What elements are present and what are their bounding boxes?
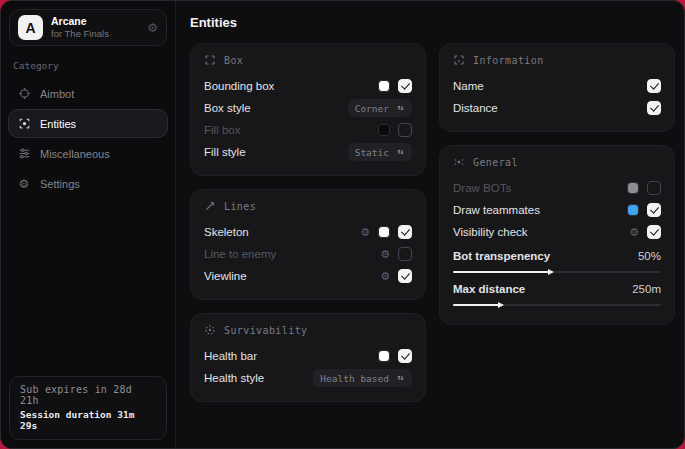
max-distance-label: Max distance [453, 283, 632, 295]
viewline-settings-icon[interactable]: ⚙ [380, 271, 390, 282]
information-icon [453, 54, 465, 66]
fill-box-label: Fill box [204, 124, 378, 136]
lines-card: Lines Skeleton ⚙ Line to enemy ⚙ [190, 189, 426, 300]
line-to-enemy-settings-icon[interactable]: ⚙ [380, 249, 390, 260]
lines-icon [204, 200, 216, 212]
sidebar: A Arcane for The Finals ⚙ Category Aimbo… [1, 1, 176, 448]
fill-style-dropdown[interactable]: Static [348, 143, 412, 161]
unfold-icon [396, 373, 405, 383]
draw-teammates-checkbox[interactable] [647, 203, 661, 217]
information-card: Information Name Distance [439, 43, 675, 132]
bot-transparency-slider[interactable] [453, 271, 661, 273]
visibility-check-checkbox[interactable] [647, 225, 661, 239]
bounding-box-label: Bounding box [204, 80, 378, 92]
health-style-dropdown[interactable]: Health based [313, 369, 412, 387]
sidebar-item-miscellaneous[interactable]: Miscellaneous [8, 139, 168, 168]
sidebar-item-entities[interactable]: Entities [8, 109, 168, 138]
draw-bots-checkbox[interactable] [647, 181, 661, 195]
entities-icon [17, 117, 31, 131]
fill-box-row: Fill box [204, 119, 412, 141]
health-bar-label: Health bar [204, 350, 378, 362]
app-card: A Arcane for The Finals ⚙ [9, 9, 167, 46]
sidebar-item-label: Entities [40, 118, 76, 130]
name-row: Name [453, 75, 661, 97]
skeleton-checkbox[interactable] [398, 225, 412, 239]
survivability-icon [204, 324, 216, 336]
bounding-box-color-swatch[interactable] [378, 80, 390, 92]
app-window: A Arcane for The Finals ⚙ Category Aimbo… [0, 0, 685, 449]
box-card-title: Box [224, 55, 243, 66]
sub-expiry-text: Sub expires in 28d 21h [20, 384, 156, 406]
name-checkbox[interactable] [647, 79, 661, 93]
health-style-row: Health style Health based [204, 367, 412, 389]
general-card: General Draw BOTs Draw teammates [439, 145, 675, 325]
health-bar-checkbox[interactable] [398, 349, 412, 363]
bot-transparency-row: Bot transpenency 50% [453, 246, 661, 265]
box-card: Box Bounding box Box style Corner [190, 43, 426, 176]
bot-transparency-label: Bot transpenency [453, 250, 638, 262]
line-to-enemy-label: Line to enemy [204, 248, 380, 260]
unfold-icon [396, 147, 405, 157]
sidebar-item-label: Aimbot [40, 88, 74, 100]
app-logo: A [18, 15, 43, 40]
fill-box-checkbox[interactable] [398, 123, 412, 137]
box-style-label: Box style [204, 102, 348, 114]
draw-teammates-label: Draw teammates [453, 204, 627, 216]
category-label: Category [13, 60, 163, 71]
draw-bots-row: Draw BOTs [453, 177, 661, 199]
skeleton-color-swatch[interactable] [378, 226, 390, 238]
sidebar-nav: Aimbot Entities Miscella [1, 79, 175, 198]
box-style-dropdown[interactable]: Corner [348, 99, 412, 117]
draw-teammates-color-swatch[interactable] [627, 204, 639, 216]
general-icon [453, 156, 465, 168]
crosshair-icon [17, 87, 31, 101]
bounding-box-row: Bounding box [204, 75, 412, 97]
unfold-icon [396, 103, 405, 113]
app-name: Arcane [51, 15, 139, 28]
skeleton-label: Skeleton [204, 226, 360, 238]
draw-bots-color-swatch[interactable] [627, 182, 639, 194]
fill-box-color-swatch[interactable] [378, 124, 390, 136]
gear-icon: ⚙ [17, 177, 31, 191]
general-card-title: General [473, 157, 518, 168]
viewline-label: Viewline [204, 270, 380, 282]
sidebar-item-settings[interactable]: ⚙ Settings [8, 169, 168, 198]
bot-transparency-value: 50% [638, 250, 661, 262]
distance-checkbox[interactable] [647, 101, 661, 115]
visibility-check-settings-icon[interactable]: ⚙ [629, 227, 639, 238]
line-to-enemy-checkbox[interactable] [398, 247, 412, 261]
bounding-box-checkbox[interactable] [398, 79, 412, 93]
fill-style-label: Fill style [204, 146, 348, 158]
health-bar-row: Health bar [204, 345, 412, 367]
max-distance-row: Max distance 250m [453, 279, 661, 298]
session-duration-text: Session duration 31m 29s [20, 409, 156, 431]
fill-style-row: Fill style Static [204, 141, 412, 163]
survivability-card-title: Survivability [224, 325, 307, 336]
header-gear-icon[interactable]: ⚙ [147, 21, 158, 35]
main-panel: Entities Box Bounding box [176, 1, 685, 448]
health-bar-color-swatch[interactable] [378, 350, 390, 362]
visibility-check-label: Visibility check [453, 226, 629, 238]
information-card-title: Information [473, 55, 544, 66]
page-title: Entities [190, 15, 675, 30]
sidebar-item-aimbot[interactable]: Aimbot [8, 79, 168, 108]
distance-row: Distance [453, 97, 661, 119]
draw-bots-label: Draw BOTs [453, 182, 627, 194]
viewline-checkbox[interactable] [398, 269, 412, 283]
line-to-enemy-row: Line to enemy ⚙ [204, 243, 412, 265]
max-distance-slider[interactable] [453, 304, 661, 306]
viewline-row: Viewline ⚙ [204, 265, 412, 287]
skeleton-settings-icon[interactable]: ⚙ [360, 227, 370, 238]
health-style-label: Health style [204, 372, 313, 384]
session-card: Sub expires in 28d 21h Session duration … [9, 376, 167, 440]
survivability-card: Survivability Health bar Health style He… [190, 313, 426, 402]
lines-card-title: Lines [224, 201, 256, 212]
max-distance-value: 250m [632, 283, 661, 295]
app-subtitle: for The Finals [51, 28, 139, 40]
sidebar-item-label: Settings [40, 178, 80, 190]
skeleton-row: Skeleton ⚙ [204, 221, 412, 243]
sidebar-item-label: Miscellaneous [40, 148, 110, 160]
visibility-check-row: Visibility check ⚙ [453, 221, 661, 243]
name-label: Name [453, 80, 647, 92]
sliders-icon [17, 147, 31, 161]
